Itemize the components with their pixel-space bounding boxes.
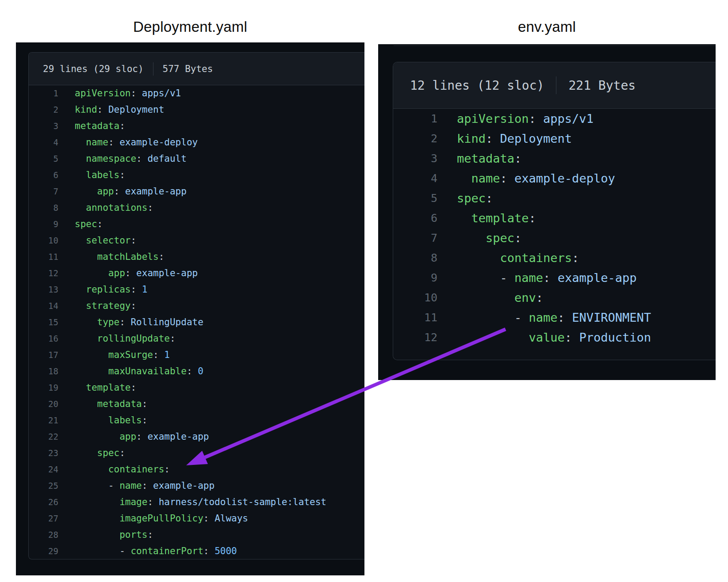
line-number[interactable]: 9 [29,216,58,232]
code-text: apiVersion: apps/v1 [437,109,594,129]
line-number[interactable]: 19 [29,380,58,396]
code-token: name [529,311,558,324]
line-number[interactable]: 24 [29,461,58,478]
line-number[interactable]: 11 [29,249,58,265]
code-token: kind [75,104,97,115]
line-number[interactable]: 29 [29,543,58,559]
line-number[interactable]: 5 [29,151,58,167]
line-number[interactable]: 13 [29,281,58,298]
deployment-file-size: 577 Bytes [163,64,213,74]
code-text: template: [58,380,136,396]
line-number[interactable]: 1 [29,85,58,102]
line-number[interactable]: 12 [393,327,437,347]
line-number[interactable]: 6 [393,208,437,228]
env-file-size: 221 Bytes [568,78,636,93]
code-text: strategy: [58,298,136,314]
line-number[interactable]: 25 [29,478,58,494]
line-number[interactable]: 1 [393,109,437,129]
code-token: maxSurge [108,350,153,360]
line-number[interactable]: 21 [29,412,58,429]
code-line: 2kind: Deployment [393,129,716,148]
cropped-box-edge [394,46,716,46]
line-number[interactable]: 27 [29,510,58,527]
line-number[interactable]: 26 [29,494,58,510]
line-number[interactable]: 22 [29,429,58,445]
code-token: : [136,431,142,442]
line-number[interactable]: 10 [29,232,58,249]
line-number[interactable]: 7 [29,183,58,200]
line-number[interactable]: 28 [29,527,58,543]
code-token: Always [215,513,248,524]
line-number[interactable]: 4 [393,168,437,188]
line-number[interactable]: 2 [29,102,58,118]
code-token: : [119,121,125,131]
code-token: replicas [86,284,130,295]
code-token: : [147,202,153,213]
line-number[interactable]: 5 [393,188,437,208]
line-number[interactable]: 3 [393,148,437,168]
code-line: 12 app: example-app [29,265,364,281]
code-text: app: example-app [58,183,187,200]
file-title-deployment-yaml: Deployment.yaml [16,19,364,35]
code-token: : [170,333,176,344]
line-number[interactable]: 2 [393,129,437,148]
code-line: 2kind: Deployment [29,102,364,118]
code-line: 19 template: [29,380,364,396]
code-line: 20 metadata: [29,396,364,412]
line-number[interactable]: 9 [393,268,437,288]
code-line: 4 name: example-deploy [393,168,716,188]
code-text: image: harness/todolist-sample:latest [58,494,326,510]
code-line: 28 ports: [29,527,364,543]
code-text: - containerPort: 5000 [58,543,237,559]
code-token: labels [86,170,119,180]
code-token: ENVIRONMENT [572,311,651,324]
code-token: 0 [198,366,203,377]
line-number[interactable]: 8 [29,200,58,216]
code-text: spec: [58,216,103,232]
code-line: 3metadata: [393,148,716,168]
code-token: apiVersion [75,88,130,99]
code-line: 5 namespace: default [29,151,364,167]
line-number[interactable]: 6 [29,167,58,183]
line-number[interactable]: 7 [393,228,437,248]
line-number[interactable]: 17 [29,347,58,363]
code-token: maxUnavailable [108,366,187,377]
code-token: Deployment [108,104,164,115]
code-line: 13 replicas: 1 [29,281,364,298]
code-text: app: example-app [58,265,198,281]
code-token: example-app [125,186,187,197]
env-yaml-screenshot-panel: 12 lines (12 sloc) 221 Bytes 1apiVersion… [378,44,716,380]
line-number[interactable]: 12 [29,265,58,281]
code-text: - name: ENVIRONMENT [437,308,651,327]
code-token: - [514,311,529,324]
code-token: : [142,415,148,426]
line-number[interactable]: 15 [29,314,58,331]
env-file-box: 12 lines (12 sloc) 221 Bytes 1apiVersion… [393,62,716,360]
line-number[interactable]: 23 [29,445,58,461]
line-number[interactable]: 11 [393,308,437,327]
line-number[interactable]: 18 [29,363,58,380]
code-token: : [125,268,131,278]
code-token: Deployment [500,132,572,145]
code-text: name: example-deploy [437,168,615,188]
code-token: 1 [142,284,148,295]
code-token: image [119,497,147,507]
code-token: : [514,152,521,165]
line-number[interactable]: 4 [29,134,58,151]
code-line: 11 matchLabels: [29,249,364,265]
code-text: maxSurge: 1 [58,347,170,363]
code-token: labels [108,415,142,426]
code-token: RollingUpdate [130,317,203,327]
code-token: : [514,231,521,245]
code-text: maxUnavailable: 0 [58,363,203,380]
line-number[interactable]: 14 [29,298,58,314]
code-text: selector: [58,232,136,249]
line-number[interactable]: 10 [393,288,437,308]
line-number[interactable]: 16 [29,331,58,347]
code-token: rollingUpdate [97,333,170,344]
line-number[interactable]: 8 [393,248,437,268]
code-line: 29 - containerPort: 5000 [29,543,364,559]
line-number[interactable]: 3 [29,118,58,134]
code-text: name: example-deploy [58,134,198,151]
line-number[interactable]: 20 [29,396,58,412]
